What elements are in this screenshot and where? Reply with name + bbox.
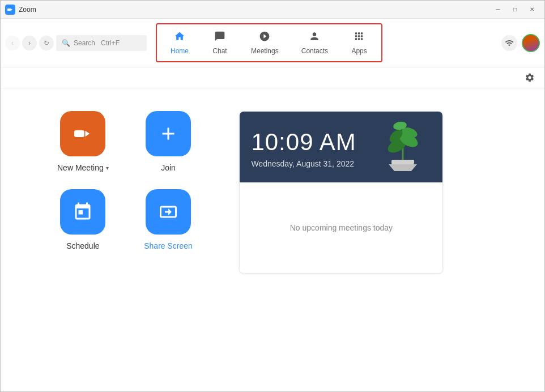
nav-history-controls: ‹ › ↻ 🔍 Search Ctrl+F — [5, 19, 147, 67]
tab-contacts-label: Contacts — [301, 47, 328, 55]
svg-marker-1 — [389, 164, 417, 171]
search-label: Search — [74, 39, 95, 47]
tab-home-label: Home — [171, 47, 189, 55]
search-box[interactable]: 🔍 Search Ctrl+F — [56, 35, 147, 51]
contacts-icon — [309, 31, 320, 45]
action-grid: New Meeting ▾ Join Schedule — [57, 111, 194, 250]
join-button[interactable] — [146, 111, 191, 156]
settings-row — [1, 67, 544, 88]
history-button[interactable]: ↻ — [39, 36, 54, 50]
share-screen-button[interactable] — [146, 189, 191, 235]
tab-home[interactable]: Home — [159, 27, 200, 59]
share-screen-item: Share Screen — [143, 189, 194, 250]
search-shortcut: Ctrl+F — [101, 39, 120, 47]
app-title: Zoom — [19, 6, 490, 14]
back-button[interactable]: ‹ — [5, 36, 20, 50]
nav-tabs-highlighted: Home Chat Meetings Contact — [156, 23, 382, 62]
tab-apps-label: Apps — [351, 47, 367, 55]
dropdown-arrow: ▾ — [106, 165, 109, 171]
chat-icon — [214, 31, 225, 45]
join-label: Join — [161, 163, 176, 172]
calendar-header: 10:09 AM Wednesday, August 31, 2022 — [240, 112, 442, 182]
svg-rect-0 — [391, 160, 414, 164]
join-item: Join — [143, 111, 194, 172]
forward-button[interactable]: › — [22, 36, 37, 50]
window-controls: ─ □ ✕ — [490, 4, 540, 15]
maximize-button[interactable]: □ — [507, 4, 523, 15]
search-icon: 🔍 — [62, 39, 70, 47]
calendar-body: No upcoming meetings today — [240, 182, 442, 273]
plant-decoration — [369, 114, 437, 179]
new-meeting-label: New Meeting ▾ — [57, 163, 109, 172]
settings-button[interactable] — [522, 70, 538, 86]
schedule-button[interactable] — [60, 189, 105, 235]
minimize-button[interactable]: ─ — [490, 4, 506, 15]
tab-chat[interactable]: Chat — [200, 27, 240, 59]
wifi-icon[interactable] — [501, 35, 517, 51]
apps-icon — [354, 31, 365, 45]
no-meetings-text: No upcoming meetings today — [290, 223, 393, 232]
tab-chat-label: Chat — [212, 47, 227, 55]
new-meeting-item: New Meeting ▾ — [57, 111, 109, 172]
close-button[interactable]: ✕ — [524, 4, 540, 15]
schedule-label: Schedule — [66, 241, 99, 250]
avatar-image — [523, 35, 539, 51]
title-bar: Zoom ─ □ ✕ — [1, 1, 544, 19]
tab-contacts[interactable]: Contacts — [290, 27, 339, 59]
new-meeting-button[interactable] — [60, 111, 105, 156]
tab-meetings[interactable]: Meetings — [240, 27, 290, 59]
avatar[interactable] — [522, 34, 540, 52]
top-navigation: ‹ › ↻ 🔍 Search Ctrl+F Home — [1, 19, 544, 67]
tab-meetings-label: Meetings — [251, 47, 279, 55]
tab-apps[interactable]: Apps — [339, 27, 379, 59]
share-screen-label: Share Screen — [144, 241, 193, 250]
meetings-icon — [259, 31, 270, 45]
main-content: New Meeting ▾ Join Schedule — [1, 88, 544, 391]
zoom-window: Zoom ─ □ ✕ ‹ › ↻ 🔍 Search Ctrl+F — [0, 0, 545, 392]
nav-right-controls — [501, 19, 540, 67]
app-logo — [5, 5, 15, 15]
calendar-panel: 10:09 AM Wednesday, August 31, 2022 No u… — [239, 111, 443, 274]
schedule-item: Schedule — [57, 189, 109, 250]
home-icon — [174, 31, 185, 45]
